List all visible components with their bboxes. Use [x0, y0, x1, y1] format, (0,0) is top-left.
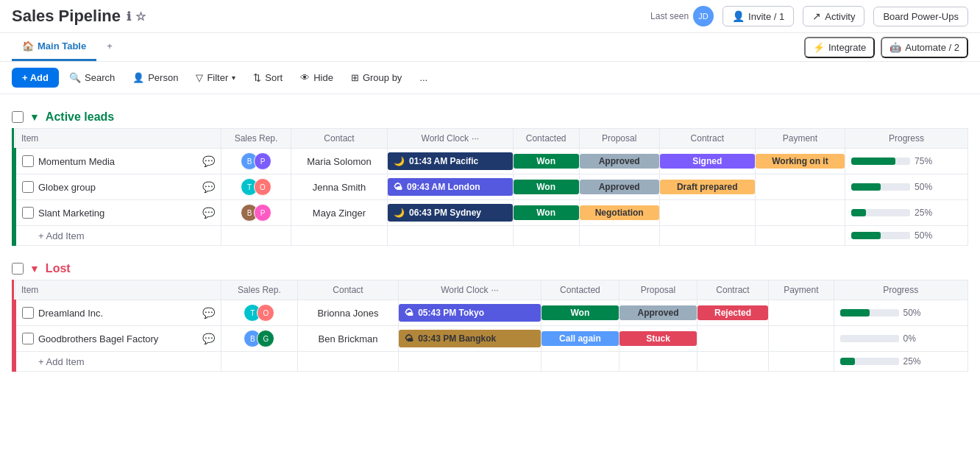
item-name: Slant Marketing — [38, 208, 104, 219]
integrate-icon: ⚡ — [813, 42, 825, 53]
clock-icon: 🌙 — [394, 156, 405, 166]
world-clock-more[interactable]: ··· — [491, 285, 499, 295]
comment-icon[interactable]: 💬 — [202, 307, 215, 319]
main-content: ▼ Active leads Item Sales Rep. Contact W… — [0, 106, 980, 386]
payment-cell — [755, 174, 845, 200]
comment-icon[interactable]: 💬 — [202, 333, 215, 344]
row-checkbox[interactable] — [22, 207, 34, 219]
badge-contacted: Won — [514, 180, 579, 194]
clock-time: 01:43 AM Pacific — [409, 156, 478, 166]
progress-bar-bg — [840, 309, 899, 316]
add-item-label[interactable]: + Add Item — [38, 356, 85, 367]
add-button[interactable]: + Add — [12, 68, 59, 88]
col-sales-rep: Sales Rep. — [221, 129, 291, 149]
last-seen: Last seen JD — [650, 6, 714, 26]
tab-right-buttons: ⚡ Integrate 🤖 Automate / 2 — [804, 37, 968, 58]
clock-cell-wrap: 🌤 05:43 PM Tokyo — [399, 300, 541, 326]
filter-button[interactable]: ▽ Filter ▾ — [188, 68, 243, 87]
sales-rep-cell: BG — [221, 326, 298, 352]
badge-contract: Draft prepared — [660, 180, 755, 194]
payment-cell — [755, 200, 845, 226]
sort-button[interactable]: ⇅ Sort — [246, 68, 290, 87]
contract-cell — [659, 200, 755, 226]
table-row: Dreamland Inc. 💬 TO Brionna Jones 🌤 05:4… — [15, 300, 968, 326]
group-lost: ▼ Lost Item Sales Rep. Contact World Clo… — [0, 258, 980, 372]
group-title-lost: Lost — [46, 262, 71, 275]
person-button[interactable]: 👤 Person — [125, 68, 185, 87]
col-contacted: Contacted — [513, 129, 579, 149]
activity-button[interactable]: ↗ Activity — [803, 6, 864, 26]
add-item-label[interactable]: + Add Item — [38, 230, 85, 241]
item-cell: Goodbrothers Bagel Factory 💬 — [15, 326, 221, 352]
group-collapse-icon[interactable]: ▼ — [29, 263, 40, 275]
progress-bar-bg — [851, 183, 910, 191]
group-by-button[interactable]: ⊞ Group by — [344, 68, 409, 87]
progress-bar-bg — [851, 209, 910, 216]
col-sales-rep: Sales Rep. — [221, 280, 298, 300]
world-clock-more[interactable]: ··· — [472, 133, 479, 144]
hide-button[interactable]: 👁 Hide — [293, 68, 341, 87]
progress-bar-fill — [851, 209, 866, 216]
comment-icon[interactable]: 💬 — [202, 207, 215, 219]
badge-contract: Signed — [660, 154, 755, 169]
automate-icon: 🤖 — [890, 42, 901, 53]
group-checkbox-active-leads[interactable] — [12, 111, 24, 123]
group-active-leads: ▼ Active leads Item Sales Rep. Contact W… — [0, 106, 980, 246]
contacted-cell: Won — [513, 149, 579, 174]
clock-cell: 🌤 03:43 PM Bangkok — [399, 330, 540, 347]
add-item-cell[interactable]: + Add Item — [15, 352, 221, 372]
avatar: P — [254, 204, 271, 222]
item-cell: Globex group 💬 — [15, 174, 221, 200]
group-table-active-leads: Item Sales Rep. Contact World Clock ··· … — [14, 128, 968, 246]
invite-icon: 👤 — [732, 10, 745, 22]
more-button[interactable]: ... — [412, 68, 435, 87]
comment-icon[interactable]: 💬 — [202, 181, 215, 193]
progress-cell: 25% — [845, 200, 968, 226]
row-checkbox[interactable] — [22, 155, 34, 167]
col-proposal: Proposal — [579, 129, 659, 149]
add-progress-bar-fill — [851, 232, 881, 239]
progress-cell: 75% — [845, 149, 968, 174]
integrate-button[interactable]: ⚡ Integrate — [804, 37, 875, 58]
row-checkbox[interactable] — [22, 181, 34, 193]
info-icon[interactable]: ℹ — [127, 10, 131, 24]
search-button[interactable]: 🔍 Search — [62, 68, 122, 87]
progress-bar-fill — [851, 183, 881, 191]
row-checkbox[interactable] — [22, 333, 34, 344]
add-item-cell[interactable]: + Add Item — [15, 226, 221, 246]
group-checkbox-lost[interactable] — [12, 263, 24, 275]
clock-cell-wrap: 🌙 06:43 PM Sydney — [387, 200, 513, 226]
item-cell: Dreamland Inc. 💬 — [15, 300, 221, 326]
progress-percent: 25% — [915, 208, 937, 218]
tab-add[interactable]: + — [96, 33, 123, 61]
group-collapse-icon[interactable]: ▼ — [29, 111, 40, 123]
progress-cell: 50% — [834, 300, 968, 326]
col-item: Item — [15, 280, 221, 300]
group-header-active-leads[interactable]: ▼ Active leads — [0, 106, 980, 128]
sales-rep-cell: BP — [221, 200, 291, 226]
board-powerups-button[interactable]: Board Power-Ups — [873, 7, 968, 26]
col-payment: Payment — [755, 129, 845, 149]
add-progress-percent: 25% — [903, 356, 926, 367]
row-checkbox[interactable] — [22, 307, 34, 319]
star-icon[interactable]: ☆ — [135, 10, 146, 24]
badge-proposal: Approved — [619, 305, 697, 320]
add-item-row[interactable]: + Add Item 25% — [15, 352, 968, 372]
clock-time: 05:43 PM Tokyo — [418, 308, 484, 318]
group-header-lost[interactable]: ▼ Lost — [0, 258, 980, 280]
add-item-row[interactable]: + Add Item 50% — [15, 226, 968, 246]
item-cell: Momentum Media 💬 — [15, 149, 221, 174]
automate-button[interactable]: 🤖 Automate / 2 — [881, 37, 968, 58]
sales-rep-cell: BP — [221, 149, 291, 174]
world-clock-header: World Clock ··· — [394, 133, 507, 144]
payment-cell: Working on it — [755, 149, 845, 174]
col-world-clock: World Clock ··· — [387, 129, 513, 149]
comment-icon[interactable]: 💬 — [202, 155, 215, 167]
tab-main-table[interactable]: 🏠 Main Table — [12, 33, 96, 61]
contacted-cell: Won — [513, 174, 579, 200]
progress-bar-container: 50% — [851, 182, 962, 192]
item-name: Globex group — [38, 182, 96, 193]
invite-button[interactable]: 👤 Invite / 1 — [722, 6, 794, 26]
col-contacted: Contacted — [541, 280, 619, 300]
badge-contract: Rejected — [697, 305, 768, 320]
